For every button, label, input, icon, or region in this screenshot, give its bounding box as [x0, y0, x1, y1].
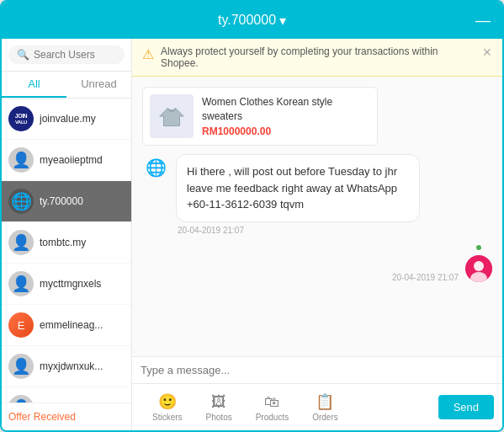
message-input[interactable] [141, 364, 494, 376]
list-item[interactable]: 👤 tombtc.my [2, 222, 131, 264]
user-name: myeaoiieptmd [40, 154, 103, 166]
search-input[interactable] [34, 49, 116, 61]
received-message: 🌐 Hi there , will post out before Tuesda… [142, 154, 420, 222]
online-indicator [475, 243, 483, 252]
avatar: 👤 [8, 395, 34, 403]
orders-button[interactable]: 📋 Orders [300, 389, 350, 425]
list-item-active[interactable]: 🌐 ty.700000 [2, 181, 131, 222]
avatar: 👤 [8, 354, 34, 379]
stickers-button[interactable]: 🙂 Stickers [141, 389, 194, 425]
tab-unread[interactable]: Unread [66, 72, 131, 98]
product-info: Women Clothes Korean style sweaters RM10… [202, 95, 370, 138]
orders-label: Orders [312, 413, 338, 422]
message-input-area [132, 356, 502, 383]
stickers-label: Stickers [152, 413, 183, 422]
warning-icon: ⚠ [142, 46, 154, 62]
globe-icon: 🌐 [11, 191, 32, 211]
received-message-wrapper: 🌐 Hi there , will post out before Tuesda… [142, 154, 492, 235]
list-item[interactable]: JOIN VALU joinvalue.my [2, 99, 131, 140]
main-body: 🔍 All Unread JOIN VALU joinvalue.my [2, 39, 502, 430]
message-bubble: Hi there , will post out before Tuesday … [176, 154, 420, 222]
sender-avatar: 🌐 [142, 154, 169, 181]
chat-header: ty.700000 ▾ — [2, 2, 502, 39]
list-item[interactable]: 👤 myvgyhmrgcgh [2, 387, 131, 403]
default-avatar-icon: 👤 [12, 151, 30, 169]
avatar: 👤 [8, 230, 34, 255]
app-container: ty.700000 ▾ — 🔍 All Unread [0, 0, 504, 432]
product-price: RM1000000.00 [202, 125, 370, 137]
user-name: ty.700000 [40, 195, 83, 207]
avatar: 👤 [8, 271, 34, 296]
tabs: All Unread [2, 72, 131, 99]
sidebar: 🔍 All Unread JOIN VALU joinvalue.my [2, 39, 132, 430]
user-name: joinvalue.my [40, 113, 96, 125]
default-avatar-icon: 👤 [12, 233, 30, 252]
list-item[interactable]: E emmelineag... [2, 305, 131, 346]
search-bar: 🔍 [2, 39, 131, 72]
product-thumbnail [156, 100, 188, 132]
warning-banner: ⚠ Always protect yourself by completing … [132, 39, 502, 77]
minimize-button[interactable]: — [475, 13, 491, 28]
user-name: emmelineag... [40, 319, 103, 331]
avatar-inner [465, 255, 492, 282]
avatar: JOIN VALU [8, 106, 34, 131]
photos-button[interactable]: 🖼 Photos [194, 390, 244, 425]
svg-point-2 [474, 261, 484, 271]
default-avatar-icon: 👤 [12, 357, 30, 376]
user-name: mycttmgnxels [40, 278, 101, 290]
message-timestamp: 20-04-2019 21:07 [178, 226, 492, 235]
list-item[interactable]: 👤 mycttmgnxels [2, 264, 131, 305]
dropdown-icon[interactable]: ▾ [279, 13, 286, 29]
offer-received[interactable]: Offer Received [2, 403, 131, 430]
list-item[interactable]: 👤 myxjdwnxuk... [2, 346, 131, 387]
list-item[interactable]: 👤 myeaoiieptmd [2, 140, 131, 181]
photos-icon: 🖼 [211, 393, 226, 411]
avatar: E [8, 312, 34, 338]
user-name: tombtc.my [40, 237, 86, 248]
sent-message-wrapper: 20-04-2019 21:07 [142, 243, 492, 282]
product-name: Women Clothes Korean style sweaters [202, 95, 370, 124]
header-title: ty.700000 ▾ [218, 13, 286, 29]
search-icon: 🔍 [17, 49, 29, 61]
product-card: Women Clothes Korean style sweaters RM10… [142, 87, 378, 146]
tab-all[interactable]: All [2, 72, 66, 98]
products-label: Products [256, 413, 289, 422]
products-button[interactable]: 🛍 Products [244, 390, 300, 425]
header-username: ty.700000 [218, 13, 276, 28]
warning-close-button[interactable]: ✕ [482, 45, 492, 59]
sent-message-timestamp: 20-04-2019 21:07 [392, 273, 459, 282]
send-button[interactable]: Send [438, 395, 494, 419]
messages-container: Women Clothes Korean style sweaters RM10… [132, 77, 502, 356]
products-icon: 🛍 [264, 393, 279, 411]
avatar: 👤 [8, 147, 34, 173]
stickers-icon: 🙂 [158, 392, 177, 411]
orders-icon: 📋 [316, 392, 334, 411]
chat-toolbar: 🙂 Stickers 🖼 Photos 🛍 Products 📋 Orders … [132, 383, 502, 430]
avatar-image [465, 255, 492, 282]
own-avatar [465, 255, 492, 282]
chat-area: ⚠ Always protect yourself by completing … [132, 39, 502, 430]
user-name: myxjdwnxuk... [40, 360, 103, 372]
photos-label: Photos [206, 413, 232, 422]
default-avatar-icon: 👤 [12, 275, 30, 293]
search-input-wrapper[interactable]: 🔍 [8, 45, 125, 64]
user-list: JOIN VALU joinvalue.my 👤 myeaoiieptmd 🌐 [2, 99, 131, 403]
warning-text: Always protect yourself by completing yo… [161, 45, 475, 69]
product-image [150, 94, 194, 138]
avatar: 🌐 [8, 189, 34, 214]
